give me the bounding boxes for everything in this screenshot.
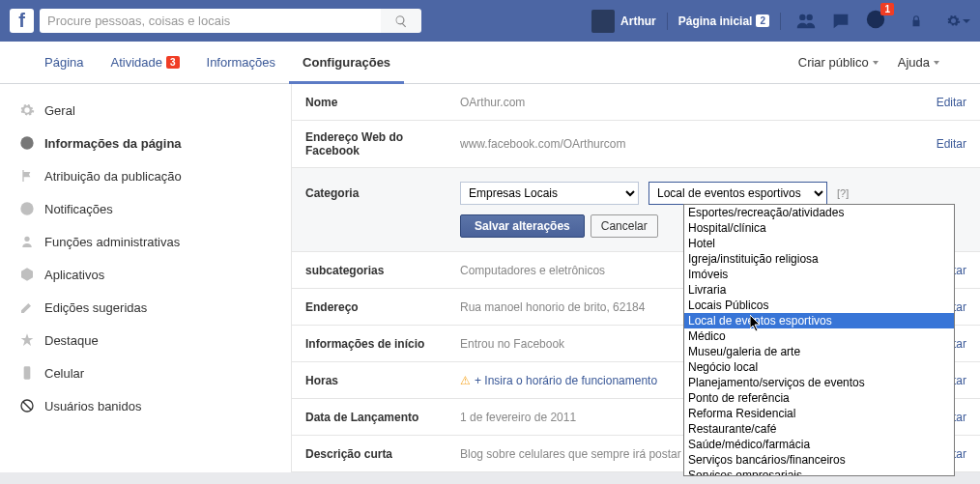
sidebar-item-banidos[interactable]: Usuários banidos [0, 389, 291, 422]
sidebar-item-aplicativos[interactable]: Aplicativos [0, 258, 291, 291]
gear-icon [946, 14, 961, 28]
svg-point-1 [20, 136, 33, 149]
tab-informacoes[interactable]: Informações [193, 42, 290, 84]
row-label: Data de Lançamento [305, 411, 460, 424]
settings-sidebar: Geral Informações da página Atribuição d… [0, 84, 292, 472]
sidebar-item-notificacoes[interactable]: Notificações [0, 192, 291, 225]
row-label: Nome [305, 96, 460, 109]
dropdown-item[interactable]: Ponto de referência [684, 390, 954, 406]
lock-icon[interactable] [909, 13, 923, 30]
sidebar-item-geral[interactable]: Geral [0, 94, 291, 127]
gear-icon [19, 102, 35, 118]
sidebar-item-celular[interactable]: Celular [0, 356, 291, 389]
star-icon [19, 332, 35, 348]
dropdown-item[interactable]: Igreja/instituição religiosa [684, 251, 954, 267]
messages-icon[interactable] [830, 11, 851, 32]
divider [780, 13, 781, 30]
dropdown-item[interactable]: Negócio local [684, 359, 954, 375]
category-dropdown[interactable]: Esportes/recreação/atividadesHospital/cl… [683, 204, 955, 476]
topbar-icons: 1 [795, 9, 970, 34]
fb-logo[interactable]: f [10, 9, 34, 33]
edit-link[interactable]: Editar [937, 96, 966, 109]
dropdown-item[interactable]: Museu/galeria de arte [684, 344, 954, 359]
friends-icon[interactable] [795, 11, 817, 32]
search-icon [394, 14, 408, 28]
cube-icon [19, 267, 35, 282]
dropdown-item[interactable]: Planejamento/serviços de eventos [684, 375, 954, 390]
row-label: subcategorias [305, 264, 460, 277]
sidebar-item-edicoes[interactable]: Edições sugeridas [0, 291, 291, 324]
svg-line-5 [23, 402, 31, 410]
notifications-wrap[interactable]: 1 [865, 9, 886, 34]
sidebar-item-atribuicao[interactable]: Atribuição da publicação [0, 159, 291, 192]
sidebar-item-info-pagina[interactable]: Informações da página [0, 127, 291, 159]
sidebar-item-funcoes[interactable]: Funções administrativas [0, 225, 291, 258]
divider [667, 13, 668, 30]
hours-link[interactable]: + Insira o horário de funcionamento [475, 374, 657, 387]
dropdown-item[interactable]: Hospital/clínica [684, 220, 954, 236]
help-link[interactable]: [?] [837, 187, 849, 199]
caret-down-icon [934, 61, 939, 65]
row-label: Endereço [305, 300, 460, 314]
dropdown-item[interactable]: Restaurante/café [684, 421, 954, 437]
globe-icon [19, 201, 35, 216]
cancel-button[interactable]: Cancelar [591, 214, 658, 238]
ban-icon [19, 398, 35, 413]
info-icon [19, 135, 35, 151]
category-select-1[interactable]: Empresas Locais [460, 182, 639, 205]
edit-link[interactable]: Editar [937, 137, 966, 151]
avatar [591, 10, 615, 33]
row-nome: Nome OArthur.com Editar [292, 84, 980, 121]
dropdown-item[interactable]: Serviços empresariais [684, 468, 954, 476]
criar-publico[interactable]: Criar público [789, 55, 888, 70]
dropdown-item[interactable]: Hotel [684, 236, 954, 251]
notif-badge: 1 [880, 3, 894, 15]
row-label: Horas [305, 374, 460, 387]
row-value: OArthur.com [460, 96, 937, 109]
page-tabs: Página Atividade3 Informações Configuraç… [0, 42, 980, 84]
settings-menu[interactable] [946, 14, 970, 28]
flag-icon [19, 168, 35, 184]
home-label: Página inicial [678, 14, 753, 28]
tab-configuracoes[interactable]: Configurações [289, 42, 404, 84]
svg-point-2 [20, 202, 33, 214]
home-link[interactable]: Página inicial 2 [671, 14, 777, 28]
save-button[interactable]: Salvar alterações [460, 214, 585, 238]
row-label: Endereço Web do Facebook [305, 130, 460, 157]
profile-link[interactable]: Arthur [584, 8, 664, 34]
svg-rect-3 [24, 366, 31, 379]
dropdown-item[interactable]: Livraria [684, 282, 954, 298]
search-wrap [40, 9, 421, 33]
sidebar-item-destaque[interactable]: Destaque [0, 324, 291, 356]
top-bar: f Arthur Página inicial 2 1 [0, 0, 980, 42]
row-label: Informações de início [305, 337, 460, 351]
row-endereco-web: Endereço Web do Facebook www.facebook.co… [292, 121, 980, 168]
pencil-icon [19, 299, 35, 315]
atividade-badge: 3 [166, 56, 180, 69]
dropdown-item[interactable]: Saúde/médico/farmácia [684, 437, 954, 452]
category-selects: Empresas Locais Local de eventos esporti… [460, 182, 849, 205]
search-input[interactable] [40, 9, 381, 33]
topbar-right: Arthur Página inicial 2 1 [584, 8, 970, 34]
dropdown-item[interactable]: Reforma Residencial [684, 406, 954, 421]
dropdown-item[interactable]: Esportes/recreação/atividades [684, 205, 954, 220]
category-select-2[interactable]: Local de eventos esportivos [649, 182, 827, 205]
ajuda-menu[interactable]: Ajuda [888, 55, 949, 70]
dropdown-item[interactable]: Imóveis [684, 267, 954, 282]
mobile-icon [19, 365, 35, 381]
row-label: Categoria [305, 186, 460, 200]
search-button[interactable] [381, 9, 421, 33]
row-label: Descrição curta [305, 447, 460, 461]
dropdown-item[interactable]: Médico [684, 328, 954, 344]
caret-down-icon [963, 19, 970, 23]
tab-pagina[interactable]: Página [31, 42, 97, 84]
row-value: www.facebook.com/OArthurcom [460, 137, 937, 151]
home-badge: 2 [756, 14, 769, 27]
dropdown-item[interactable]: Locais Públicos [684, 298, 954, 313]
caret-down-icon [873, 61, 879, 65]
person-icon [19, 234, 35, 249]
dropdown-item[interactable]: Serviços bancários/financeiros [684, 452, 954, 468]
dropdown-item[interactable]: Local de eventos esportivos [684, 313, 954, 328]
tab-atividade[interactable]: Atividade3 [97, 42, 192, 84]
profile-name: Arthur [620, 14, 656, 28]
